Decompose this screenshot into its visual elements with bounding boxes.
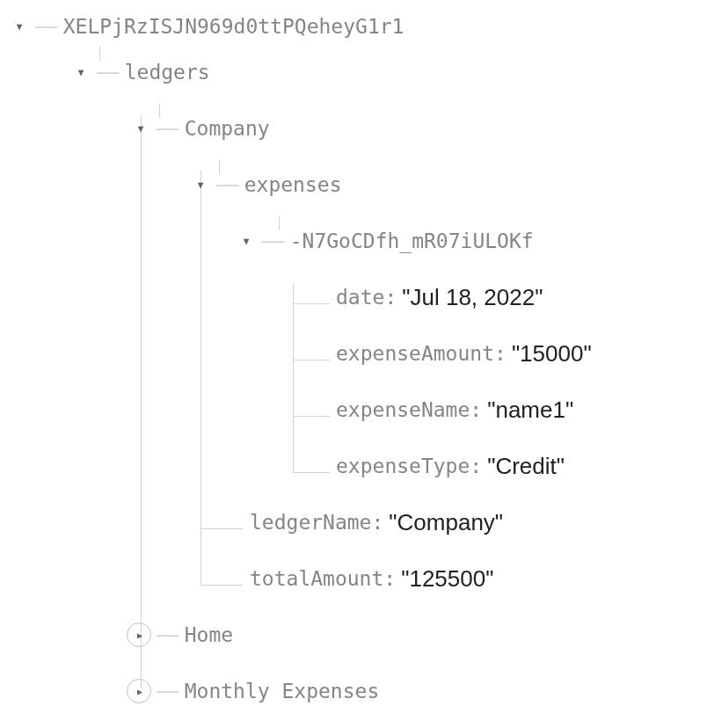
- leaf-key: date: [336, 286, 384, 309]
- colon: :: [470, 398, 482, 421]
- leaf-value: "Credit": [487, 453, 565, 480]
- chevron-right-icon[interactable]: [127, 679, 151, 703]
- tree-leaf-total-amount[interactable]: totalAmount : "125500": [9, 550, 707, 607]
- chevron-down-icon[interactable]: [236, 230, 257, 251]
- tree-node-expense-record[interactable]: —— -N7GoCDfh_mR07iULOKf: [9, 213, 707, 269]
- colon: :: [494, 342, 507, 365]
- tree-connector-dash: ——: [262, 229, 283, 252]
- leaf-value: "Jul 18, 2022": [402, 284, 543, 311]
- tree-connector-dash: ——: [216, 173, 237, 196]
- tree-node-root[interactable]: —— XELPjRzISJN969d0ttPQeheyG1r1: [9, 9, 707, 44]
- tree-connector-dash: ——: [157, 680, 178, 703]
- node-key: Monthly Expenses: [185, 680, 380, 703]
- node-key: -N7GoCDfh_mR07iULOKf: [290, 229, 534, 252]
- tree-leaf-expense-amount[interactable]: expenseAmount : "15000": [9, 325, 707, 382]
- colon: :: [384, 286, 397, 309]
- leaf-key: expenseType: [336, 455, 470, 477]
- chevron-down-icon[interactable]: [70, 62, 91, 83]
- chevron-down-icon[interactable]: [9, 16, 30, 37]
- tree-leaf-date[interactable]: date : "Jul 18, 2022": [9, 269, 707, 325]
- leaf-value: "Company": [389, 509, 503, 536]
- tree-leaf-expense-name[interactable]: expenseName : "name1": [9, 382, 707, 438]
- leaf-value: "125500": [401, 565, 493, 593]
- tree-node-monthly-expenses[interactable]: —— Monthly Expenses: [9, 663, 707, 719]
- tree-leaf-expense-type[interactable]: expenseType : "Credit": [9, 438, 707, 494]
- tree-node-expenses[interactable]: —— expenses: [9, 157, 707, 213]
- tree-leaf-ledger-name[interactable]: ledgerName : "Company": [9, 494, 707, 550]
- tree-connector-dash: ——: [157, 623, 178, 646]
- node-key: ledgers: [125, 61, 210, 84]
- tree-node-home[interactable]: —— Home: [9, 607, 707, 663]
- node-key: Company: [185, 117, 270, 140]
- leaf-value: "15000": [512, 340, 592, 368]
- node-key: XELPjRzISJN969d0ttPQeheyG1r1: [63, 15, 405, 38]
- tree-node-ledgers[interactable]: —— ledgers: [9, 44, 707, 100]
- colon: :: [470, 455, 482, 477]
- chevron-down-icon[interactable]: [130, 118, 151, 139]
- tree-node-company[interactable]: —— Company: [9, 100, 707, 157]
- tree-connector-dash: ——: [97, 61, 118, 84]
- colon: :: [383, 567, 396, 590]
- leaf-key: ledgerName: [250, 511, 371, 534]
- chevron-right-icon[interactable]: [127, 622, 151, 647]
- node-key: Home: [185, 623, 233, 646]
- tree-connector-dash: ——: [35, 15, 56, 38]
- leaf-value: "name1": [487, 397, 573, 424]
- tree-connector-dash: ——: [157, 117, 178, 140]
- leaf-key: totalAmount: [250, 567, 383, 590]
- colon: :: [371, 511, 383, 534]
- chevron-down-icon[interactable]: [190, 174, 211, 195]
- leaf-key: expenseAmount: [336, 342, 494, 365]
- leaf-key: expenseName: [336, 398, 470, 421]
- node-key: expenses: [244, 173, 342, 196]
- tree-view: —— XELPjRzISJN969d0ttPQeheyG1r1 —— ledge…: [9, 9, 707, 719]
